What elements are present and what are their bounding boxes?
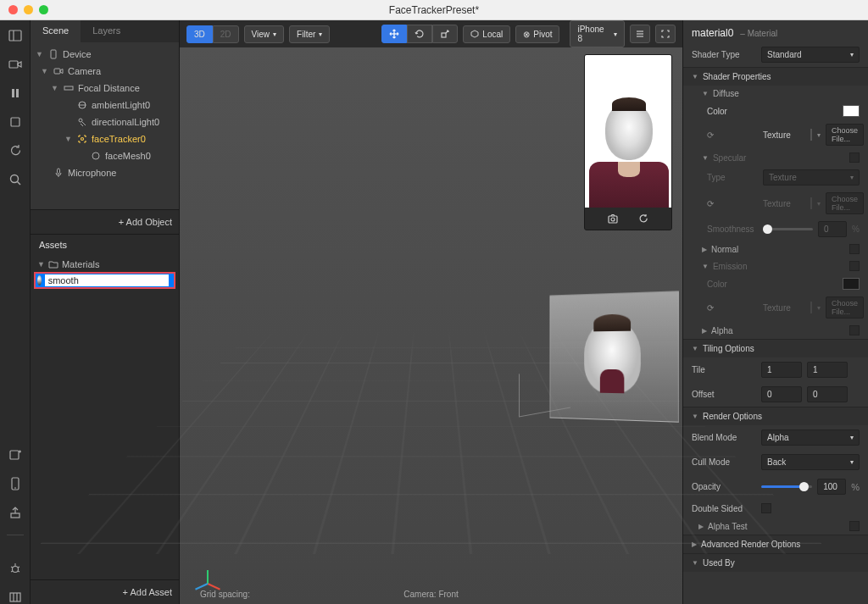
tab-layers[interactable]: Layers	[81, 20, 132, 42]
tree-facetracker[interactable]: ▼faceTracker0	[31, 130, 179, 147]
spec-tex-swatch	[810, 197, 812, 209]
emission-choose-button: Choose File...	[826, 296, 864, 319]
pause-icon[interactable]	[8, 86, 22, 100]
section-tiling[interactable]: ▼Tiling Options	[683, 339, 868, 357]
tree-device-label: Device	[63, 49, 92, 59]
local-toggle[interactable]: Local	[463, 25, 510, 43]
svg-rect-0	[9, 30, 21, 41]
phone-icon[interactable]	[8, 477, 22, 490]
asset-rename-input[interactable]	[45, 274, 169, 286]
emission-toggle[interactable]	[849, 261, 860, 271]
box-icon[interactable]	[8, 115, 22, 129]
filter-dropdown[interactable]: Filter▾	[289, 25, 330, 43]
bug-icon[interactable]	[8, 562, 22, 575]
search-icon[interactable]	[8, 173, 22, 186]
alpha-test-toggle[interactable]	[849, 521, 860, 531]
sub-normal[interactable]: ▶Normal	[683, 241, 868, 258]
sub-specular[interactable]: ▼Specular	[683, 149, 868, 166]
minimize-window-button[interactable]	[24, 5, 33, 14]
sub-alpha[interactable]: ▶Alpha	[683, 322, 868, 339]
tree-microphone[interactable]: Microphone	[31, 164, 179, 181]
tree-directional[interactable]: directionalLight0	[31, 114, 179, 130]
opacity-value[interactable]: 100	[817, 479, 846, 495]
reset-icon[interactable]	[637, 213, 649, 224]
tree-focal[interactable]: ▼Focal Distance	[31, 80, 179, 97]
svg-line-17	[11, 567, 13, 568]
move-tool-button[interactable]	[381, 25, 407, 43]
material-sphere-icon	[37, 275, 42, 285]
svg-point-33	[92, 152, 99, 159]
tree-ambient[interactable]: ambientLight0	[31, 97, 179, 114]
shader-type-select[interactable]: Standard▾	[761, 47, 860, 63]
layout-icon[interactable]	[8, 29, 22, 42]
svg-rect-4	[16, 89, 19, 97]
add-asset-button[interactable]: + Add Asset	[31, 579, 179, 604]
tab-scene[interactable]: Scene	[31, 20, 81, 42]
emission-tex-label: Texture	[763, 303, 805, 313]
svg-rect-2	[9, 61, 18, 68]
export-icon[interactable]	[8, 506, 22, 519]
sub-emission[interactable]: ▼Emission	[683, 258, 868, 274]
section-shader-properties[interactable]: ▼Shader Properties	[683, 67, 868, 86]
specular-toggle[interactable]	[849, 152, 860, 163]
preview-expand-icon[interactable]	[655, 25, 676, 43]
rotate-tool-button[interactable]	[407, 25, 432, 43]
blend-mode-select[interactable]: Alpha▾	[761, 429, 860, 446]
device-preview	[584, 54, 672, 230]
columns-icon[interactable]	[8, 590, 22, 604]
titlebar: FaceTrackerPreset*	[0, 0, 868, 20]
section-render[interactable]: ▼Render Options	[683, 407, 868, 425]
svg-point-32	[81, 138, 84, 141]
svg-rect-5	[11, 118, 19, 126]
normal-toggle[interactable]	[849, 244, 860, 254]
preview-menu-icon[interactable]	[630, 25, 650, 43]
view-dropdown[interactable]: View▾	[244, 25, 285, 43]
tree-camera[interactable]: ▼Camera	[31, 63, 179, 80]
mode-3d-button[interactable]: 3D	[186, 25, 213, 43]
camera-icon[interactable]	[8, 58, 22, 71]
add-object-button[interactable]: + Add Object	[31, 209, 179, 234]
mode-2d-button[interactable]: 2D	[213, 25, 239, 43]
tile-y-input[interactable]	[807, 362, 848, 378]
diffuse-choose-button[interactable]: Choose File...	[826, 124, 864, 146]
diffuse-color-swatch[interactable]	[843, 105, 860, 117]
svg-rect-14	[11, 513, 19, 518]
smoothness-slider	[763, 228, 813, 230]
scale-tool-button[interactable]	[432, 25, 458, 43]
device-selector[interactable]: iPhone 8▾	[570, 20, 625, 47]
svg-point-29	[79, 119, 82, 122]
assets-folder-materials[interactable]: ▼Materials	[31, 257, 179, 272]
spec-type-label: Type	[707, 173, 758, 182]
diffuse-tex-swatch[interactable]	[810, 129, 812, 141]
capture-icon[interactable]	[607, 213, 619, 224]
window-title: FaceTrackerPreset*	[389, 4, 479, 16]
tree-facetracker-label: faceTracker0	[92, 134, 146, 144]
asset-item-material[interactable]	[34, 272, 175, 289]
spec-type-select: Texture▾	[763, 169, 860, 186]
svg-rect-42	[609, 216, 617, 223]
svg-point-43	[611, 218, 615, 221]
scene-tree: ▼Device ▼Camera ▼Focal Distance ambientL…	[31, 42, 179, 209]
svg-point-6	[10, 175, 18, 183]
add-panel-icon[interactable]	[8, 448, 22, 462]
tile-x-input[interactable]	[761, 362, 802, 378]
opacity-slider[interactable]	[761, 485, 812, 488]
offset-y-input[interactable]	[807, 386, 848, 402]
refresh-icon[interactable]	[8, 144, 22, 158]
tree-device[interactable]: ▼Device	[31, 46, 179, 63]
section-used-by[interactable]: ▼Used By	[683, 553, 868, 572]
close-window-button[interactable]	[8, 5, 18, 14]
tree-facemesh[interactable]: faceMesh0	[31, 147, 179, 164]
pivot-toggle[interactable]: ⊗Pivot	[515, 25, 559, 43]
offset-x-input[interactable]	[761, 386, 802, 402]
tree-facemesh-label: faceMesh0	[105, 151, 151, 161]
sub-diffuse[interactable]: ▼Diffuse	[683, 86, 868, 102]
alpha-toggle[interactable]	[849, 325, 860, 335]
spec-choose-button: Choose File...	[826, 192, 864, 214]
spec-tex-label: Texture	[763, 199, 805, 208]
zoom-window-button[interactable]	[39, 5, 48, 14]
cull-mode-select[interactable]: Back▾	[761, 454, 860, 470]
svg-line-30	[82, 122, 86, 125]
offset-label: Offset	[692, 390, 756, 399]
svg-rect-24	[51, 50, 56, 58]
